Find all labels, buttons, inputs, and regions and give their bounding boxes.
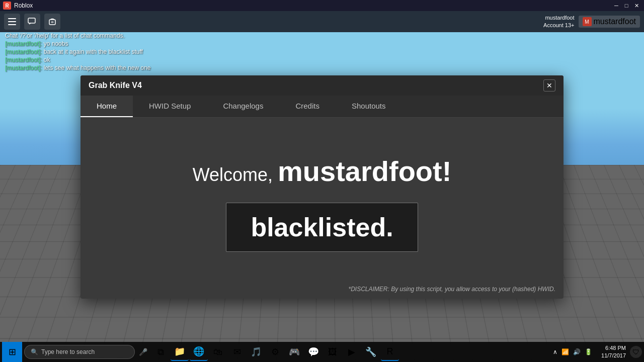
taskbar: ⊞ 🔍 Type here to search 🎤 ⧉ 📁 🌐 🛍 ✉ 🎵 ⚙ … [0,342,644,362]
taskbar-app-task-view[interactable]: ⧉ [151,343,170,361]
close-window-button[interactable]: ✕ [632,2,641,10]
welcome-prefix: Welcome, [193,164,273,185]
welcome-username: mustardfoot! [278,155,451,187]
svg-rect-1 [49,20,55,25]
menu-line-3 [8,24,16,25]
notification-icon[interactable]: 🛡 [630,346,642,358]
nav-hwid-setup[interactable]: HWID Setup [133,96,207,117]
account-avatar: M [583,17,592,26]
nav-credits[interactable]: Credits [279,96,336,117]
menu-line-1 [8,18,16,19]
modal-content: Welcome, mustardfoot! blacklisted. *DISC… [80,118,564,299]
modal-overlay: Grab Knife V4 ✕ Home HWID Setup Changelo… [0,32,644,342]
modal-nav: Home HWID Setup Changelogs Credits Shout… [80,96,564,118]
tray-volume-icon[interactable]: 🔊 [572,347,582,356]
taskbar-app-roblox[interactable]: R [381,343,399,361]
taskbar-apps: ⧉ 📁 🌐 🛍 ✉ 🎵 ⚙ 🎮 💬 🖼 ▶ 🔧 R [151,343,546,361]
taskbar-clock[interactable]: 6:48 PM 11/7/2017 [597,344,630,360]
account-name: mustardfoot [543,14,574,22]
hamburger-menu-button[interactable] [4,14,20,30]
taskbar-search-box[interactable]: 🔍 Type here to search [24,345,135,359]
start-button[interactable]: ⊞ [2,342,22,362]
taskbar-app-game[interactable]: 🎮 [285,343,303,361]
tray-up-arrow[interactable]: ∧ [552,347,558,356]
nav-home[interactable]: Home [80,96,133,117]
backpack-button[interactable] [44,14,60,30]
taskbar-app-edge[interactable]: 🌐 [190,343,208,361]
chat-button[interactable] [24,14,40,30]
grab-knife-modal: Grab Knife V4 ✕ Home HWID Setup Changelo… [80,75,564,299]
account-info: mustardfoot Account 13+ [543,14,574,30]
blacklisted-text: blacklisted. [251,213,393,242]
taskbar-app-explorer[interactable]: 📁 [171,343,189,361]
taskbar-app-tools[interactable]: 🔧 [362,343,380,361]
clock-date: 11/7/2017 [601,352,626,359]
modal-disclaimer: *DISCLAIMER: By using this script, you a… [349,286,555,293]
account-age: Account 13+ [543,22,574,29]
system-tray: ∧ 📶 🔊 🔋 [548,347,597,356]
window-title: Roblox [14,2,33,9]
maximize-button[interactable]: □ [622,2,631,10]
menu-line-2 [8,21,16,22]
search-placeholder: Type here to search [41,348,95,355]
nav-shoutouts[interactable]: Shoutouts [336,96,402,117]
taskbar-app-chat[interactable]: 💬 [304,343,323,361]
blacklisted-box: blacklisted. [226,203,418,252]
microphone-icon[interactable]: 🎤 [137,346,149,358]
taskbar-app-media[interactable]: ▶ [343,343,361,361]
taskbar-app-store[interactable]: 🛍 [209,343,227,361]
svg-rect-0 [28,18,35,23]
modal-header: Grab Knife V4 ✕ [80,75,564,96]
taskbar-app-mail[interactable]: ✉ [228,343,246,361]
modal-close-button[interactable]: ✕ [543,79,555,92]
tray-wifi-icon[interactable]: 📶 [560,347,570,356]
minimize-button[interactable]: ─ [612,2,621,10]
app-icon: R [3,2,11,10]
window-controls: ─ □ ✕ [612,2,641,10]
account-username-label: mustardfoot [594,17,636,26]
welcome-message: Welcome, mustardfoot! [193,155,452,188]
taskbar-app-settings[interactable]: ⚙ [266,343,284,361]
game-toolbar: mustardfoot Account 13+ M mustardfoot [0,11,644,32]
modal-title: Grab Knife V4 [89,81,142,90]
taskbar-app-photos[interactable]: 🖼 [324,343,342,361]
nav-changelogs[interactable]: Changelogs [207,96,279,117]
titlebar: R Roblox ─ □ ✕ [0,0,644,11]
svg-rect-2 [51,22,53,23]
account-badge[interactable]: M mustardfoot [579,16,640,28]
tray-battery-icon[interactable]: 🔋 [584,347,593,356]
taskbar-app-music[interactable]: 🎵 [247,343,265,361]
clock-time: 6:48 PM [601,344,626,352]
search-icon: 🔍 [31,348,38,355]
